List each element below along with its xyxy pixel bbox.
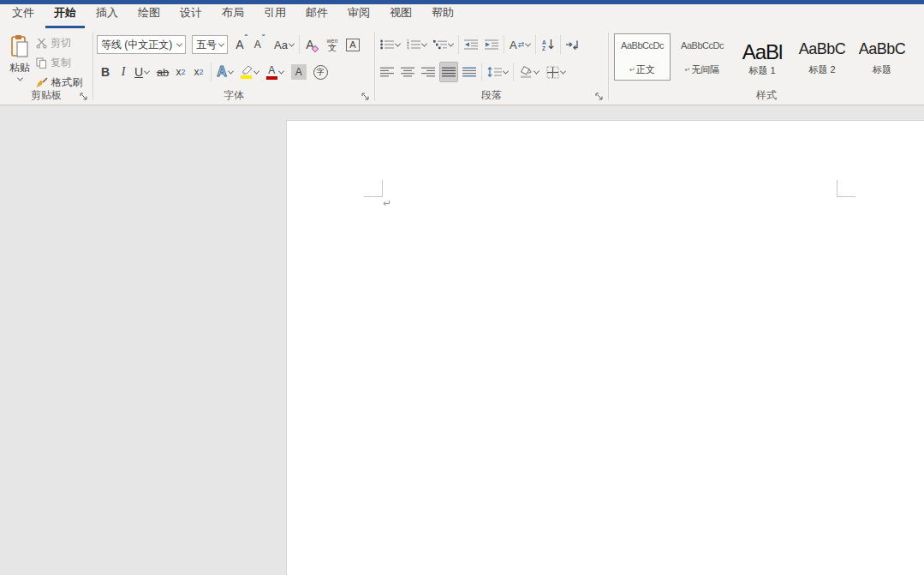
tab-references[interactable]: 引用: [255, 2, 295, 28]
shading-bucket-icon: [519, 66, 533, 78]
line-spacing-icon: [487, 67, 502, 77]
style-heading-1[interactable]: AaBl 标题 1: [734, 33, 790, 81]
document-canvas[interactable]: ↵: [0, 105, 924, 575]
numbering-chevron-icon: [421, 40, 427, 46]
text-effects-letter: A: [217, 64, 227, 80]
phonetic-guide-button[interactable]: wén 文: [324, 34, 341, 55]
align-right-icon: [421, 67, 435, 77]
bullets-chevron-icon: [395, 40, 401, 46]
ribbon: 粘贴 剪切: [0, 28, 924, 105]
italic-button[interactable]: I: [115, 62, 132, 82]
svg-text:3: 3: [407, 47, 409, 50]
increase-indent-button[interactable]: [483, 34, 500, 55]
change-case-button[interactable]: Aa: [272, 34, 295, 55]
cut-button[interactable]: 剪切: [36, 36, 82, 51]
enclose-characters-button[interactable]: 字: [312, 62, 330, 82]
increase-indent-icon: [485, 39, 498, 50]
tab-mailings[interactable]: 邮件: [297, 2, 337, 28]
clipboard-dialog-launcher[interactable]: [79, 92, 89, 102]
shading-chevron-icon: [534, 68, 539, 74]
shrink-font-letter: A: [254, 39, 261, 50]
copy-button[interactable]: 复制: [36, 56, 82, 70]
tab-review[interactable]: 审阅: [339, 2, 379, 28]
tab-layout[interactable]: 布局: [213, 2, 253, 28]
style-name: 无间隔: [691, 63, 719, 76]
character-border-letter: A: [346, 39, 359, 51]
style-heading-2[interactable]: AaBbC 标题 2: [794, 33, 850, 81]
grow-font-button[interactable]: Aˆ: [233, 34, 250, 55]
multilevel-list-icon: [433, 39, 447, 50]
asian-layout-button[interactable]: A ⇄: [508, 34, 532, 55]
align-left-button[interactable]: [379, 62, 396, 82]
multilevel-list-button[interactable]: [432, 34, 455, 55]
tab-view[interactable]: 视图: [381, 2, 420, 28]
styles-group-label: 样式: [609, 88, 924, 103]
style-title[interactable]: AaBbC 标题: [854, 33, 910, 81]
font-color-button[interactable]: A: [265, 62, 285, 82]
mini-separator: [481, 63, 482, 81]
shading-button[interactable]: [517, 62, 540, 82]
sort-icon: A Z: [542, 39, 555, 51]
distribute-button[interactable]: [461, 62, 478, 82]
align-center-button[interactable]: [399, 62, 416, 82]
font-color-icon: A: [266, 65, 277, 80]
asian-layout-arrows-icon: ⇄: [518, 40, 525, 49]
highlight-color-bar: [241, 75, 252, 79]
change-case-letters: Aa: [274, 39, 288, 51]
text-effects-button[interactable]: A: [215, 62, 235, 82]
font-color-bar: [266, 76, 277, 80]
tab-design[interactable]: 设计: [171, 2, 211, 28]
underline-button[interactable]: U: [133, 62, 151, 82]
subscript-button[interactable]: x2: [172, 62, 189, 82]
bold-button[interactable]: B: [97, 62, 114, 82]
style-normal[interactable]: AaBbCcDc ↵正文: [614, 33, 671, 81]
align-right-button[interactable]: [420, 62, 437, 82]
paste-dropdown-chevron-icon[interactable]: [16, 75, 22, 81]
font-size-value: 五号: [196, 38, 218, 52]
character-border-button[interactable]: A: [344, 34, 361, 55]
borders-button[interactable]: [545, 62, 567, 82]
tab-help[interactable]: 帮助: [423, 2, 462, 28]
align-center-icon: [401, 67, 414, 77]
pilcrow-icon: ↵: [629, 66, 635, 74]
subscript-digit: 2: [182, 68, 186, 76]
tab-insert[interactable]: 插入: [87, 2, 127, 28]
italic-letter: I: [122, 66, 126, 78]
paste-button[interactable]: 粘贴: [3, 33, 36, 89]
font-size-combo[interactable]: 五号: [192, 35, 228, 54]
justify-button[interactable]: [439, 62, 458, 82]
text-highlight-button[interactable]: [239, 62, 260, 82]
ribbon-tab-bar: 文件 开始 插入 绘图 设计 布局 引用 邮件 审阅 视图 帮助: [0, 4, 924, 28]
style-no-spacing[interactable]: AaBbCcDc ↵无间隔: [674, 33, 730, 81]
show-hide-marks-button[interactable]: [564, 34, 581, 55]
bullets-icon: [380, 39, 394, 50]
justify-icon: [442, 67, 456, 77]
clear-formatting-button[interactable]: A: [303, 34, 320, 55]
paragraph-dialog-launcher[interactable]: [594, 92, 605, 102]
sort-button[interactable]: A Z: [539, 34, 557, 55]
underline-chevron-icon: [144, 68, 150, 74]
line-spacing-button[interactable]: [486, 62, 510, 82]
numbering-button[interactable]: 1 2 3: [405, 34, 428, 55]
align-left-icon: [380, 67, 394, 77]
mini-separator: [211, 63, 212, 81]
bullets-button[interactable]: [379, 34, 402, 55]
style-preview: AaBbCcDc: [621, 40, 664, 51]
superscript-button[interactable]: x2: [190, 62, 207, 82]
tab-draw[interactable]: 绘图: [129, 2, 169, 28]
font-name-combo[interactable]: 等线 (中文正文): [97, 35, 186, 54]
decrease-indent-button[interactable]: [462, 34, 480, 55]
shrink-font-button[interactable]: Aˇ: [251, 34, 268, 55]
margin-crop-mark-top-right: [837, 180, 855, 197]
style-name: 标题: [873, 63, 891, 76]
character-shading-button[interactable]: A: [289, 62, 308, 82]
group-styles: AaBbCcDc ↵正文 AaBbCcDc ↵无间隔 AaBl 标题 1 AaB…: [609, 28, 924, 105]
style-preview: AaBl: [742, 40, 783, 64]
style-preview: AaBbC: [859, 40, 906, 58]
tab-file[interactable]: 文件: [3, 2, 43, 28]
mini-separator: [513, 63, 514, 81]
font-dialog-launcher[interactable]: [361, 92, 371, 102]
style-partial[interactable]: A: [914, 33, 924, 81]
strikethrough-button[interactable]: ab: [154, 62, 171, 82]
tab-home[interactable]: 开始: [45, 2, 85, 28]
